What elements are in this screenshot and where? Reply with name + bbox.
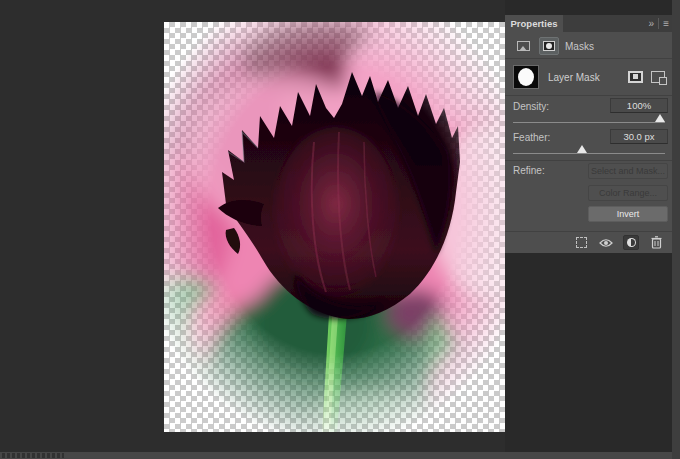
density-slider-handle[interactable] (655, 114, 665, 122)
panel-tab-bar: Properties » ≡ (505, 15, 672, 32)
masks-icon[interactable] (539, 37, 559, 55)
separator (505, 95, 672, 96)
tulip-photo (164, 22, 505, 432)
feather-slider[interactable] (513, 153, 665, 154)
mask-visibility-toggle-icon[interactable] (623, 235, 639, 250)
tab-divider (658, 18, 659, 29)
feather-label: Feather: (513, 132, 550, 143)
separator (505, 58, 672, 59)
image-properties-icon[interactable] (513, 37, 533, 55)
document-canvas[interactable] (164, 22, 505, 432)
masks-header-row: Masks (513, 36, 594, 56)
panel-menu-icon[interactable]: ≡ (663, 18, 669, 29)
feather-value-box[interactable]: 30.0 px (610, 129, 668, 144)
feather-slider-handle[interactable] (577, 145, 587, 153)
separator (505, 160, 672, 161)
status-bar (0, 452, 672, 459)
masked-photo-layer (164, 22, 505, 432)
pixel-mask-icon[interactable] (628, 71, 643, 83)
panel-footer (505, 231, 672, 253)
density-slider[interactable] (513, 122, 665, 123)
delete-mask-icon[interactable] (648, 235, 664, 250)
panel-body: Masks Layer Mask Density: 100% Feather: … (505, 32, 672, 253)
layer-mask-label: Layer Mask (548, 72, 628, 83)
density-value-box[interactable]: 100% (610, 98, 668, 113)
refine-label: Refine: (513, 165, 545, 176)
layer-mask-row: Layer Mask (513, 62, 665, 92)
vector-mask-icon[interactable] (651, 71, 665, 83)
select-and-mask-button[interactable]: Select and Mask... (588, 163, 668, 179)
dock-edge-strip (672, 0, 680, 459)
density-label: Density: (513, 101, 549, 112)
tab-properties[interactable]: Properties (505, 15, 563, 32)
load-selection-icon[interactable] (573, 235, 589, 250)
enable-mask-eye-icon[interactable] (598, 235, 614, 250)
layer-mask-thumbnail[interactable] (513, 65, 539, 89)
invert-button[interactable]: Invert (588, 206, 668, 222)
color-range-button[interactable]: Color Range... (588, 185, 668, 201)
properties-panel: Properties » ≡ Masks Layer Mask (505, 15, 672, 253)
collapse-panel-icon[interactable]: » (649, 18, 655, 29)
status-bar-text-marks (2, 453, 64, 458)
photoshop-window: Properties » ≡ Masks Layer Mask (0, 0, 680, 459)
masks-label: Masks (565, 41, 594, 52)
